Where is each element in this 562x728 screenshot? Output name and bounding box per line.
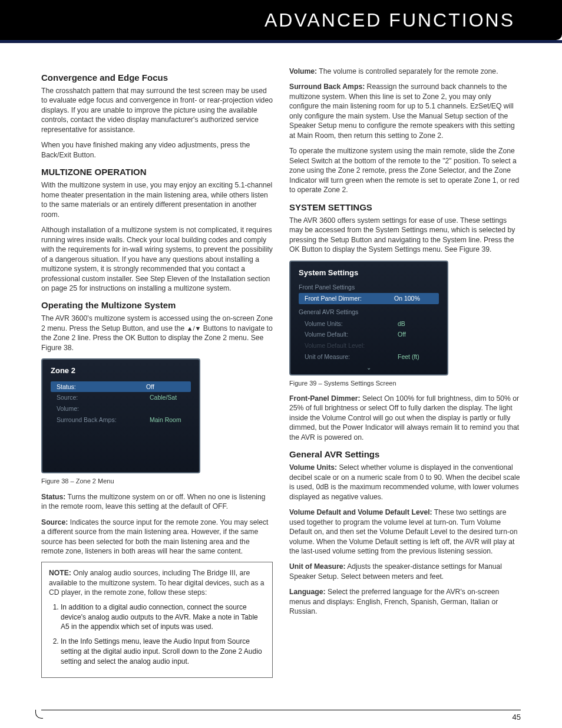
para-sba: Surround Back Amps: Reassign the surroun…: [289, 82, 521, 140]
heading-convergence: Convergence and Edge Focus: [41, 71, 273, 84]
osd-source-label: Source:: [57, 393, 150, 402]
chevron-down-icon: ⌄: [299, 364, 439, 372]
osd-fpd-val: On 100%: [394, 294, 435, 303]
left-column: Convergence and Edge Focus The crosshatc…: [41, 67, 273, 684]
osd-vu-val: dB: [398, 319, 439, 328]
para-conv2: When you have finished making any video …: [41, 140, 273, 160]
osd-row-sba: Surround Back Amps: Main Room: [51, 414, 191, 426]
label-vu: Volume Units:: [289, 463, 337, 472]
osd-row-status: Status: Off: [51, 381, 191, 393]
osd-source-val: Cable/Sat: [150, 393, 191, 402]
heading-multizone: MULTIZONE OPERATION: [41, 166, 273, 178]
figure-38-caption: Figure 38 – Zone 2 Menu: [41, 477, 273, 486]
para-volume: Volume: The volume is controlled separat…: [289, 67, 521, 76]
heading-general-avr: General AVR Settings: [289, 448, 521, 460]
header-underline: [0, 40, 562, 43]
osd-row-source: Source: Cable/Sat: [51, 392, 191, 403]
osd-volume-label: Volume:: [57, 404, 150, 413]
osd-vd-label: Volume Default:: [305, 330, 398, 339]
para-status: Status: Turns the multizone system on or…: [41, 492, 273, 512]
figure-39-caption: Figure 39 – Systems Settings Screen: [289, 379, 521, 388]
label-sba: Surround Back Amps:: [289, 83, 365, 91]
osd-zone2-title: Zone 2: [51, 365, 191, 376]
para-conv1: The crosshatch pattern that may surround…: [41, 86, 273, 134]
label-fpd: Front-Panel Dimmer:: [289, 394, 361, 403]
osd-sba-val: Main Room: [150, 416, 191, 424]
osd-uom-val: Feet (ft): [398, 353, 439, 361]
note-item-1: In addition to a digital audio connectio…: [61, 602, 265, 632]
page-number: 45: [0, 710, 562, 723]
label-lang: Language:: [289, 588, 326, 596]
osd-spacer: [51, 425, 191, 460]
text-status: Turns the multizone system on or off. Wh…: [41, 493, 265, 510]
para-source: Source: Indicates the source input for t…: [41, 518, 273, 556]
osd-row-uom: Unit of Measure: Feet (ft): [299, 351, 439, 363]
label-source: Source:: [41, 518, 68, 526]
para-uom: Unit of Measure: Adjusts the speaker-dis…: [289, 562, 521, 581]
note-item-2: In the Info Settings menu, leave the Aud…: [61, 637, 265, 666]
header-title: ADVANCED FUNCTIONS: [265, 7, 515, 34]
osd-row-fpd: Front Panel Dimmer: On 100%: [299, 293, 439, 304]
figure-38-menu: Zone 2 Status: Off Source: Cable/Sat Vol…: [41, 358, 200, 473]
para-fpd: Front-Panel Dimmer: Select On 100% for f…: [289, 394, 521, 442]
up-down-arrow-icon: ▲/▼: [187, 325, 201, 332]
note-box: NOTE: Only analog audio sources, includi…: [41, 562, 273, 677]
para-lang: Language: Select the preferred language …: [289, 587, 521, 616]
note-lead: NOTE: Only analog audio sources, includi…: [49, 568, 265, 597]
osd-row-vdl: Volume Default Level:: [299, 340, 439, 351]
right-column: Volume: The volume is controlled separat…: [289, 67, 521, 684]
osd-fpd-label: Front Panel Dimmer:: [305, 294, 394, 303]
para-vu: Volume Units: Select whether volume is d…: [289, 463, 521, 502]
para-operate2: To operate the multizone system using th…: [289, 146, 521, 195]
osd-status-label: Status:: [57, 383, 146, 391]
para-multi1: With the multizone system in use, you ma…: [41, 180, 273, 219]
text-source: Indicates the source input for the remot…: [41, 518, 269, 555]
heading-system-settings: SYSTEM SETTINGS: [289, 201, 521, 213]
osd-vdl-label: Volume Default Level:: [305, 341, 398, 350]
note-list: In addition to a digital audio connectio…: [61, 602, 265, 667]
page-header: ADVANCED FUNCTIONS: [0, 0, 562, 40]
text-sba: Reassign the surround back channels to t…: [289, 83, 515, 139]
para-operating: The AVR 3600's multizone system is acces…: [41, 314, 273, 353]
osd-row-volume: Volume:: [51, 403, 191, 414]
footer-rule: [41, 710, 521, 710]
osd-row-vu: Volume Units: dB: [299, 318, 439, 330]
para-vdl: Volume Default and Volume Default Level:…: [289, 508, 521, 556]
page-content: Convergence and Edge Focus The crosshatc…: [0, 67, 562, 684]
osd-uom-label: Unit of Measure:: [305, 353, 398, 361]
osd-sub-front: Front Panel Settings: [299, 283, 439, 292]
figure-39-menu: System Settings Front Panel Settings Fro…: [289, 261, 448, 375]
text-volume: The volume is controlled separately for …: [317, 67, 498, 75]
osd-vd-val: Off: [398, 330, 439, 339]
label-status: Status:: [41, 493, 65, 501]
osd-row-vd: Volume Default: Off: [299, 329, 439, 340]
osd-volume-val: [150, 404, 191, 413]
label-vdl: Volume Default and Volume Default Level:: [289, 508, 432, 516]
label-uom: Unit of Measure:: [289, 562, 345, 571]
heading-operating: Operating the Multizone System: [41, 299, 273, 311]
osd-sba-label: Surround Back Amps:: [57, 416, 150, 424]
para-sys1: The AVR 3600 offers system settings for …: [289, 216, 521, 255]
osd-vu-label: Volume Units:: [305, 319, 398, 328]
para-multi2: Although installation of a multizone sys…: [41, 225, 273, 293]
label-volume: Volume:: [289, 67, 317, 75]
osd-vdl-val: [398, 341, 439, 350]
osd-status-val: Off: [146, 383, 187, 391]
note-text: Only analog audio sources, including The…: [49, 569, 265, 597]
osd-sub-general: General AVR Settings: [299, 308, 439, 317]
note-label: NOTE:: [49, 569, 71, 577]
osd-sys-title: System Settings: [299, 268, 439, 278]
